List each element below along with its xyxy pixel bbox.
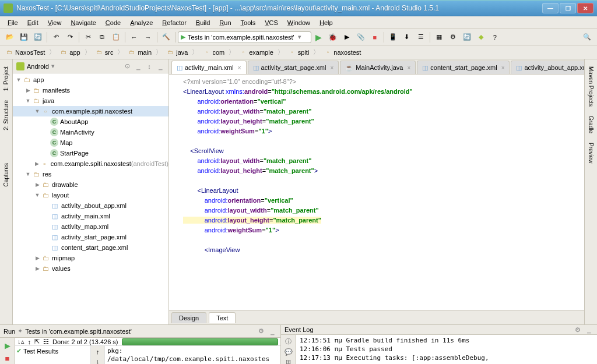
event-log-text[interactable]: 12:15:51 πμ Gradle build finished in 11s…: [296, 335, 597, 364]
ddms-icon[interactable]: ☰: [415, 31, 427, 44]
run-config-selector[interactable]: ▶ Tests in 'com.example.spiti.naxostest'…: [178, 31, 311, 43]
tree-node[interactable]: ▼🗀app: [13, 75, 168, 85]
maximize-button[interactable]: ❐: [560, 3, 576, 13]
tree-node[interactable]: CMainActivity: [13, 127, 168, 137]
tree-node[interactable]: ▼🗀layout: [13, 190, 168, 200]
structure-tool-button[interactable]: 2: Structure: [2, 98, 10, 133]
breadcrumb-item[interactable]: 🗀src: [93, 48, 115, 57]
tree-node[interactable]: ◫content_start_page.xml: [13, 242, 168, 253]
editor-tab[interactable]: ◫content_start_page.xml×: [417, 61, 510, 74]
menu-window[interactable]: Window: [283, 18, 314, 27]
stop-icon[interactable]: ■: [368, 31, 381, 44]
preview-tool-button[interactable]: Preview: [587, 140, 595, 166]
breadcrumb-item[interactable]: 🗀main: [126, 48, 153, 57]
breadcrumb-item[interactable]: ▫example: [237, 48, 275, 57]
help-icon[interactable]: ?: [489, 31, 501, 44]
test-output[interactable]: pkg: /data/local/tmp/com.example.spiti.n…: [105, 346, 280, 364]
text-tab[interactable]: Text: [209, 312, 236, 323]
android-icon[interactable]: ◆: [475, 31, 487, 44]
project-view-selector[interactable]: Android ▾: [16, 62, 55, 70]
tree-node[interactable]: CAboutApp: [13, 116, 168, 127]
tree-node[interactable]: CStartPage: [13, 148, 168, 158]
gradle-tool-button[interactable]: Gradle: [587, 114, 595, 136]
up-icon[interactable]: ↑: [96, 348, 100, 355]
sync-gradle-icon[interactable]: 🔄: [461, 31, 473, 44]
stop-icon[interactable]: ■: [2, 353, 13, 363]
tree-node[interactable]: ◫activity_start_page.xml: [13, 232, 168, 242]
down-icon[interactable]: ↓: [96, 358, 100, 364]
collapse-all-icon[interactable]: ⇱: [34, 338, 40, 345]
save-icon[interactable]: 💾: [17, 31, 30, 44]
menu-tools[interactable]: Tools: [237, 18, 260, 27]
balloon-icon[interactable]: 💬: [285, 348, 293, 356]
captures-tool-button[interactable]: Captures: [2, 161, 10, 189]
export-icon[interactable]: ☷: [43, 338, 49, 345]
tree-node[interactable]: ▶▫com.example.spiti.naxostest (androidTe…: [13, 158, 168, 169]
search-icon[interactable]: 🔍: [581, 31, 594, 44]
tree-node[interactable]: ◫activity_about_app.xml: [13, 200, 168, 211]
hide-icon[interactable]: ⎯: [156, 62, 165, 71]
close-button[interactable]: ✕: [577, 3, 594, 13]
hide-down-icon[interactable]: ⎯: [268, 327, 277, 336]
redo-icon[interactable]: ↷: [64, 31, 76, 44]
tree-node[interactable]: CMap: [13, 137, 168, 148]
debug-button-icon[interactable]: 🐞: [326, 31, 339, 44]
undo-icon[interactable]: ↶: [50, 31, 62, 44]
sync-icon[interactable]: 🔄: [31, 31, 44, 44]
test-tree[interactable]: ✔ Test Results: [15, 346, 91, 364]
menu-code[interactable]: Code: [101, 18, 125, 27]
tree-node[interactable]: ▼▫com.example.spiti.naxostest: [13, 106, 168, 116]
info-icon[interactable]: ⓘ: [285, 337, 292, 346]
menu-analyze[interactable]: Analyze: [126, 18, 157, 27]
settings-icon[interactable]: ⚙: [447, 31, 459, 44]
breadcrumb-item[interactable]: 🗀NaxosTest: [3, 48, 47, 57]
menu-file[interactable]: File: [3, 18, 22, 27]
tree-node[interactable]: ▶🗀values: [13, 263, 168, 274]
coverage-icon[interactable]: ▶: [340, 31, 353, 44]
menu-edit[interactable]: Edit: [23, 18, 43, 27]
run-button-icon[interactable]: ▶: [312, 31, 325, 44]
gear-icon[interactable]: ⚙: [257, 327, 266, 336]
gear-icon[interactable]: ⚙: [573, 325, 582, 334]
expand-icon[interactable]: ↕: [28, 338, 31, 345]
menu-build[interactable]: Build: [192, 18, 214, 27]
code-editor[interactable]: <?xml version="1.0" encoding="utf-8"?><L…: [169, 75, 584, 310]
tree-node[interactable]: ◫activity_main.xml: [13, 211, 168, 221]
tree-node[interactable]: ▼🗀java: [13, 96, 168, 106]
collapse-icon[interactable]: ⎯: [134, 62, 143, 71]
rerun-icon[interactable]: ▶: [2, 340, 13, 351]
menu-vcs[interactable]: VCS: [261, 18, 282, 27]
tree-node[interactable]: ▼🗀res: [13, 169, 168, 179]
tree-node[interactable]: ▶🗀manifests: [13, 85, 168, 96]
sdk-icon[interactable]: ⬇: [401, 31, 413, 44]
back-icon[interactable]: ←: [128, 31, 141, 44]
open-icon[interactable]: 📂: [3, 31, 16, 44]
project-tool-button[interactable]: 1: Project: [2, 64, 10, 93]
breadcrumb-item[interactable]: ▫com: [201, 48, 226, 57]
tree-node[interactable]: ▶🗀drawable: [13, 179, 168, 190]
avd-icon[interactable]: 📱: [387, 31, 399, 44]
cut-icon[interactable]: ✂: [82, 31, 94, 44]
breadcrumb-item[interactable]: ▫naxostest: [322, 48, 363, 57]
editor-tab[interactable]: ◫activity_main.xml×: [171, 61, 247, 74]
breadcrumb-item[interactable]: 🗀app: [58, 48, 82, 57]
menu-view[interactable]: View: [44, 18, 66, 27]
menu-refactor[interactable]: Refactor: [158, 18, 191, 27]
menu-run[interactable]: Run: [215, 18, 235, 27]
gear-icon[interactable]: ⊙: [122, 62, 132, 71]
maven-tool-button[interactable]: Maven Projects: [587, 64, 595, 109]
design-tab[interactable]: Design: [171, 312, 206, 323]
paste-icon[interactable]: 📋: [110, 31, 122, 44]
attach-icon[interactable]: 📎: [354, 31, 367, 44]
tree-node[interactable]: ◫activity_map.xml: [13, 221, 168, 232]
copy-icon[interactable]: ⧉: [96, 31, 108, 44]
menu-help[interactable]: Help: [315, 18, 337, 27]
filter-icon[interactable]: ⊞: [286, 358, 291, 364]
editor-tab[interactable]: ◫activity_about_app.xml×: [511, 61, 584, 74]
toggle-tree-icon[interactable]: ↓▵: [17, 338, 24, 345]
hide-down-icon[interactable]: ⎯: [584, 325, 594, 334]
make-icon[interactable]: 🔨: [160, 31, 173, 44]
minimize-button[interactable]: —: [542, 3, 559, 13]
editor-tab[interactable]: ◫activity_start_page.xml×: [248, 61, 339, 74]
menu-navigate[interactable]: Navigate: [66, 18, 100, 27]
